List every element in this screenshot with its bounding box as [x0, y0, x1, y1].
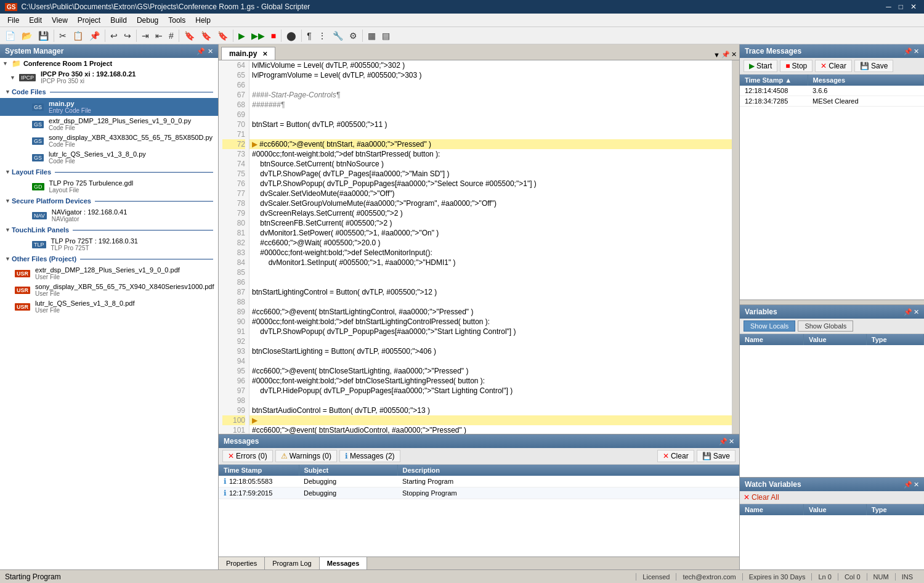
tab-properties[interactable]: Properties	[219, 557, 265, 569]
trace-resize-handle[interactable]	[740, 300, 924, 304]
trace-stop-btn[interactable]: ■ Stop	[780, 60, 813, 72]
save-btn[interactable]: 💾	[36, 30, 51, 42]
code-content[interactable]: lvlMicVolume = Level( dvTLP, #005500;">3…	[249, 60, 732, 434]
pdf-lutr-name: lutr_lc_QS_Series_v1_3_8_0.pdf	[35, 300, 134, 307]
tree-file-gdl[interactable]: GD TLP Pro 725 Turbulence.gdl Layout Fil…	[0, 178, 218, 195]
run-btn[interactable]: ▶	[236, 30, 248, 42]
bookmark2-btn[interactable]: 🔖	[198, 30, 214, 42]
layout2-btn[interactable]: ▤	[379, 30, 392, 42]
section-touchlink: ▼ TouchLink Panels	[0, 224, 218, 236]
cut-btn[interactable]: ✂	[57, 30, 69, 42]
open-btn[interactable]: 📂	[19, 30, 34, 42]
tree-device-tlp[interactable]: TLP TLP Pro 725T : 192.168.0.31 TLP Pro …	[0, 236, 218, 253]
bookmark-btn[interactable]: 🔖	[182, 30, 197, 42]
menu-view[interactable]: View	[47, 15, 73, 26]
messages-panel: Messages 📌 ✕ ✕ Errors (0) ⚠ Warnings (0)…	[219, 434, 739, 569]
undo-btn[interactable]: ↩	[108, 30, 120, 42]
pane-close-btn[interactable]: ✕	[731, 51, 737, 59]
tab-program-log[interactable]: Program Log	[265, 557, 320, 569]
sm-close-btn[interactable]: ✕	[208, 47, 213, 55]
show-locals-btn[interactable]: Show Locals	[744, 320, 795, 332]
bookmark3-btn[interactable]: 🔖	[215, 30, 230, 42]
pane-collapse-btn[interactable]: ▼	[713, 51, 720, 59]
show-whitespace-btn[interactable]: ¶	[304, 30, 314, 42]
folder-icon: 📁	[12, 59, 21, 68]
trace-start-btn[interactable]: ▶ Start	[744, 60, 777, 72]
format-btn[interactable]: ⋮	[315, 30, 329, 42]
messages-title: Messages	[224, 437, 259, 446]
line-numbers: 6465666768697071727374757677787980818283…	[219, 60, 249, 434]
tools-btn[interactable]: 🔧	[330, 30, 346, 42]
messages-filter-btn[interactable]: ℹ Messages (2)	[339, 450, 400, 462]
menu-debug[interactable]: Debug	[132, 15, 163, 26]
breakpoint-btn[interactable]: ⬤	[284, 30, 299, 42]
trace-pin-btn[interactable]: 📌	[904, 47, 912, 55]
title-bar: GS C:\Users\Public\Documents\Extron\GS\P…	[0, 0, 924, 14]
trace-col-timestamp[interactable]: Time Stamp ▲	[740, 75, 808, 86]
menu-file[interactable]: File	[2, 15, 24, 26]
editor-scrollbar[interactable]	[732, 60, 739, 434]
warnings-btn[interactable]: ⚠ Warnings (0)	[275, 450, 337, 462]
system-manager-header: System Manager 📌 ✕	[0, 44, 218, 58]
sm-pin-btn[interactable]: 📌	[197, 47, 205, 55]
paste-btn[interactable]: 📌	[87, 30, 102, 42]
pdf-lutr-sub: User File	[35, 307, 134, 314]
minimize-button[interactable]: ─	[883, 2, 894, 11]
trace-close-btn[interactable]: ✕	[914, 47, 919, 55]
close-button[interactable]: ✕	[908, 2, 919, 11]
pdf-sony-name: sony_display_XBR_55_65_75_X940_X840Serie…	[35, 283, 214, 290]
trace-save-btn[interactable]: 💾 Save	[854, 60, 893, 72]
tree-device-ipcp[interactable]: ▼ IPCP IPCP Pro 350 xi : 192.168.0.21 IP…	[0, 69, 218, 86]
show-globals-btn[interactable]: Show Globals	[798, 320, 853, 332]
msg-col-subject: Subject	[299, 465, 397, 476]
watch-close-btn[interactable]: ✕	[914, 481, 919, 489]
new-btn[interactable]: 📄	[2, 30, 18, 42]
tree-file-main-py[interactable]: GS main.py Entry Code File	[0, 98, 218, 116]
menu-build[interactable]: Build	[105, 15, 132, 26]
layout1-btn[interactable]: ▦	[365, 30, 378, 42]
debug-btn[interactable]: ▶▶	[249, 30, 267, 42]
tab-main-py[interactable]: main.py ✕	[221, 47, 275, 60]
clear-messages-btn[interactable]: ✕ Clear	[657, 450, 694, 462]
menu-tools[interactable]: Tools	[163, 15, 190, 26]
menu-help[interactable]: Help	[190, 15, 216, 26]
trace-col-messages[interactable]: Messages	[808, 75, 924, 86]
menu-edit[interactable]: Edit	[24, 15, 47, 26]
indent-btn[interactable]: ⇥	[139, 30, 152, 42]
redo-btn[interactable]: ↪	[121, 30, 134, 42]
tree-project-root[interactable]: ▼ 📁 Conference Room 1 Project	[0, 58, 218, 69]
tab-messages[interactable]: Messages	[320, 557, 368, 569]
tab-close-btn[interactable]: ✕	[262, 51, 267, 57]
errors-btn[interactable]: ✕ Errors (0)	[222, 450, 273, 462]
var-close-btn[interactable]: ✕	[914, 308, 919, 316]
save-messages-btn[interactable]: 💾 Save	[697, 450, 736, 462]
tree-pdf-extr[interactable]: USR extr_dsp_DMP_128_Plus_Series_v1_9_0_…	[0, 265, 218, 282]
secure-platform-line	[95, 201, 213, 202]
tree-file-lutr[interactable]: GS lutr_lc_QS_Series_v1_3_8_0.py Code Fi…	[0, 149, 218, 166]
clear-all-btn[interactable]: ✕ Clear All	[744, 493, 779, 502]
watch-pin-btn[interactable]: 📌	[904, 481, 912, 489]
extr-dsp-icon: GS	[32, 121, 44, 128]
maximize-button[interactable]: □	[896, 2, 906, 11]
tree-pdf-sony[interactable]: USR sony_display_XBR_55_65_75_X940_X840S…	[0, 282, 218, 298]
pane-pin-btn[interactable]: 📌	[721, 51, 730, 59]
msg-col-timestamp: Time Stamp	[219, 465, 299, 476]
other-files-line	[80, 259, 213, 259]
var-pin-btn[interactable]: 📌	[904, 308, 912, 316]
tree-device-navigator[interactable]: NAV NAVigator : 192.168.0.41 NAVigator	[0, 207, 218, 224]
status-bar: Starting Program Licensed tech@extron.co…	[0, 569, 924, 583]
stop-run-btn[interactable]: ■	[269, 30, 278, 42]
tree-pdf-lutr[interactable]: USR lutr_lc_QS_Series_v1_3_8_0.pdf User …	[0, 298, 218, 315]
gear-btn[interactable]: ⚙	[347, 30, 360, 42]
menu-project[interactable]: Project	[73, 15, 105, 26]
msg-close-btn[interactable]: ✕	[729, 438, 734, 446]
outdent-btn[interactable]: ⇤	[153, 30, 165, 42]
tree-file-extr-dsp[interactable]: GS extr_dsp_DMP_128_Plus_Series_v1_9_0_0…	[0, 116, 218, 132]
system-manager-panel: System Manager 📌 ✕ ▼ 📁 Conference Room 1…	[0, 44, 219, 569]
trace-clear-btn[interactable]: ✕ Clear	[815, 60, 852, 72]
tree-file-sony[interactable]: GS sony_display_XBR_43X830C_55_65_75_85X…	[0, 132, 218, 149]
comment-btn[interactable]: #	[166, 30, 176, 42]
msg-pin-btn[interactable]: 📌	[719, 438, 727, 446]
sony-sub: Code File	[49, 141, 213, 148]
copy-btn[interactable]: 📋	[70, 30, 86, 42]
